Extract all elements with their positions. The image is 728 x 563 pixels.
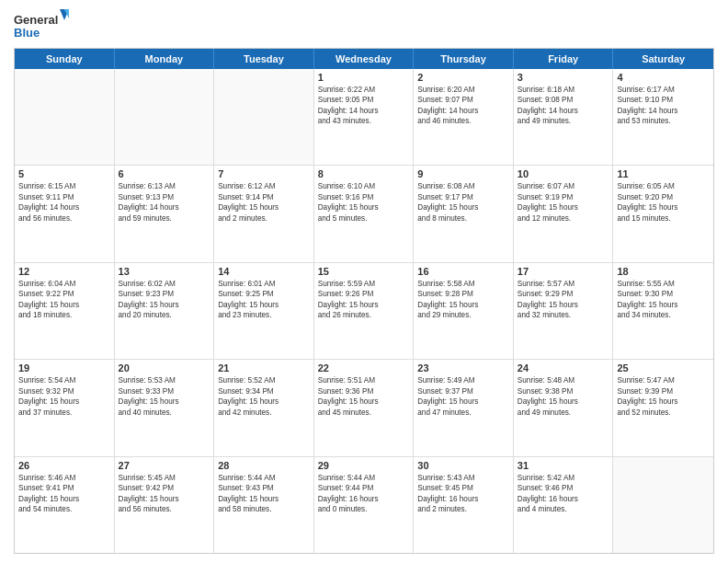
cell-daylight2: and 29 minutes. — [417, 310, 509, 320]
cell-daylight2: and 0 minutes. — [318, 504, 410, 514]
day-number: 19 — [18, 362, 110, 373]
day-number: 29 — [318, 460, 410, 471]
cell-daylight2: and 12 minutes. — [518, 213, 609, 224]
cell-sunset: Sunset: 9:25 PM — [218, 289, 310, 299]
cell-sunset: Sunset: 9:36 PM — [318, 386, 410, 396]
cell-sunrise: Sunrise: 5:43 AM — [417, 473, 509, 483]
cell-sunrise: Sunrise: 6:20 AM — [417, 85, 509, 95]
calendar-cell-3-6: 17 Sunrise: 5:57 AM Sunset: 9:29 PM Dayl… — [514, 263, 614, 359]
calendar-cell-1-2 — [115, 69, 215, 165]
cell-daylight1: Daylight: 15 hours — [318, 396, 410, 407]
cell-sunset: Sunset: 9:44 PM — [318, 483, 410, 493]
cell-sunrise: Sunrise: 6:12 AM — [218, 181, 310, 191]
cell-daylight1: Daylight: 16 hours — [518, 494, 609, 504]
cell-sunrise: Sunrise: 6:18 AM — [518, 85, 609, 95]
cell-daylight1: Daylight: 14 hours — [617, 106, 710, 116]
calendar-cell-5-5: 30 Sunrise: 5:43 AM Sunset: 9:45 PM Dayl… — [414, 457, 514, 553]
calendar-cell-2-4: 8 Sunrise: 6:10 AM Sunset: 9:16 PM Dayli… — [314, 166, 415, 261]
calendar-cell-1-4: 1 Sunrise: 6:22 AM Sunset: 9:05 PM Dayli… — [314, 69, 415, 165]
calendar-cell-1-7: 4 Sunrise: 6:17 AM Sunset: 9:10 PM Dayli… — [613, 69, 713, 165]
cell-daylight1: Daylight: 15 hours — [18, 396, 110, 407]
calendar-cell-5-6: 31 Sunrise: 5:42 AM Sunset: 9:46 PM Dayl… — [514, 457, 614, 553]
cell-daylight1: Daylight: 14 hours — [518, 106, 609, 116]
cell-sunset: Sunset: 9:23 PM — [119, 289, 210, 299]
day-number: 30 — [417, 460, 509, 471]
calendar-row-1: 1 Sunrise: 6:22 AM Sunset: 9:05 PM Dayli… — [15, 69, 713, 166]
cell-sunrise: Sunrise: 5:58 AM — [417, 279, 509, 289]
cell-sunrise: Sunrise: 6:22 AM — [318, 85, 410, 95]
day-number: 13 — [119, 266, 210, 277]
page: General Blue Sunday Monday Tuesday Wedne… — [0, 0, 728, 563]
calendar-cell-3-2: 13 Sunrise: 6:02 AM Sunset: 9:23 PM Dayl… — [115, 263, 215, 359]
cell-daylight1: Daylight: 15 hours — [617, 300, 710, 310]
logo-svg: General Blue — [14, 9, 69, 42]
cell-sunrise: Sunrise: 5:44 AM — [218, 473, 310, 483]
cell-daylight1: Daylight: 16 hours — [318, 494, 410, 504]
cell-sunset: Sunset: 9:41 PM — [18, 483, 110, 493]
header-thursday: Thursday — [414, 49, 514, 69]
cell-sunrise: Sunrise: 5:42 AM — [518, 473, 609, 483]
calendar-cell-4-3: 21 Sunrise: 5:52 AM Sunset: 9:34 PM Dayl… — [214, 360, 314, 455]
calendar-cell-3-7: 18 Sunrise: 5:55 AM Sunset: 9:30 PM Dayl… — [613, 263, 713, 359]
cell-sunrise: Sunrise: 5:59 AM — [318, 279, 410, 289]
day-number: 17 — [518, 266, 609, 277]
cell-sunset: Sunset: 9:28 PM — [417, 289, 509, 299]
cell-sunrise: Sunrise: 5:51 AM — [318, 375, 410, 385]
day-number: 10 — [518, 168, 609, 179]
cell-daylight2: and 40 minutes. — [119, 408, 210, 418]
day-number: 16 — [417, 266, 509, 277]
cell-daylight2: and 58 minutes. — [218, 504, 310, 514]
calendar-cell-3-5: 16 Sunrise: 5:58 AM Sunset: 9:28 PM Dayl… — [414, 263, 514, 359]
cell-sunset: Sunset: 9:32 PM — [18, 386, 110, 396]
calendar: Sunday Monday Tuesday Wednesday Thursday… — [14, 48, 714, 554]
cell-daylight1: Daylight: 15 hours — [617, 202, 710, 213]
cell-sunrise: Sunrise: 6:08 AM — [417, 181, 509, 191]
cell-daylight2: and 49 minutes. — [518, 116, 609, 126]
cell-daylight1: Daylight: 15 hours — [18, 494, 110, 504]
calendar-cell-4-1: 19 Sunrise: 5:54 AM Sunset: 9:32 PM Dayl… — [15, 360, 115, 455]
cell-sunrise: Sunrise: 6:15 AM — [18, 181, 110, 191]
calendar-cell-4-5: 23 Sunrise: 5:49 AM Sunset: 9:37 PM Dayl… — [414, 360, 514, 455]
cell-daylight2: and 8 minutes. — [417, 213, 509, 224]
cell-daylight2: and 4 minutes. — [518, 504, 609, 514]
cell-sunrise: Sunrise: 5:52 AM — [218, 375, 310, 385]
cell-daylight1: Daylight: 14 hours — [417, 106, 509, 116]
cell-daylight2: and 32 minutes. — [518, 310, 609, 320]
cell-sunrise: Sunrise: 5:57 AM — [518, 279, 609, 289]
cell-daylight1: Daylight: 15 hours — [518, 396, 609, 407]
cell-sunrise: Sunrise: 6:10 AM — [318, 181, 410, 191]
day-number: 28 — [218, 460, 310, 471]
cell-sunrise: Sunrise: 6:02 AM — [119, 279, 210, 289]
cell-daylight2: and 56 minutes. — [18, 213, 110, 224]
day-number: 20 — [119, 362, 210, 373]
cell-sunrise: Sunrise: 5:49 AM — [417, 375, 509, 385]
calendar-cell-5-3: 28 Sunrise: 5:44 AM Sunset: 9:43 PM Dayl… — [214, 457, 314, 553]
cell-sunset: Sunset: 9:14 PM — [218, 192, 310, 202]
cell-daylight1: Daylight: 14 hours — [318, 106, 410, 116]
day-number: 2 — [417, 72, 509, 83]
cell-sunrise: Sunrise: 5:47 AM — [617, 375, 710, 385]
cell-daylight2: and 54 minutes. — [18, 504, 110, 514]
cell-sunrise: Sunrise: 5:55 AM — [617, 279, 710, 289]
calendar-cell-4-4: 22 Sunrise: 5:51 AM Sunset: 9:36 PM Dayl… — [314, 360, 415, 455]
cell-daylight1: Daylight: 14 hours — [119, 202, 210, 213]
cell-daylight2: and 15 minutes. — [617, 213, 710, 224]
cell-daylight1: Daylight: 15 hours — [417, 300, 509, 310]
cell-daylight1: Daylight: 15 hours — [119, 300, 210, 310]
day-number: 11 — [617, 168, 710, 179]
calendar-cell-4-2: 20 Sunrise: 5:53 AM Sunset: 9:33 PM Dayl… — [115, 360, 215, 455]
cell-daylight1: Daylight: 15 hours — [119, 494, 210, 504]
day-number: 25 — [617, 362, 710, 373]
calendar-header: Sunday Monday Tuesday Wednesday Thursday… — [15, 49, 713, 69]
cell-sunrise: Sunrise: 6:07 AM — [518, 181, 609, 191]
cell-sunrise: Sunrise: 6:17 AM — [617, 85, 710, 95]
cell-daylight1: Daylight: 15 hours — [417, 396, 509, 407]
cell-sunset: Sunset: 9:13 PM — [119, 192, 210, 202]
cell-daylight2: and 56 minutes. — [119, 504, 210, 514]
calendar-cell-2-2: 6 Sunrise: 6:13 AM Sunset: 9:13 PM Dayli… — [115, 166, 215, 261]
calendar-cell-2-3: 7 Sunrise: 6:12 AM Sunset: 9:14 PM Dayli… — [214, 166, 314, 261]
cell-sunset: Sunset: 9:22 PM — [18, 289, 110, 299]
calendar-cell-4-7: 25 Sunrise: 5:47 AM Sunset: 9:39 PM Dayl… — [613, 360, 713, 455]
calendar-row-3: 12 Sunrise: 6:04 AM Sunset: 9:22 PM Dayl… — [15, 263, 713, 360]
cell-sunset: Sunset: 9:07 PM — [417, 95, 509, 105]
